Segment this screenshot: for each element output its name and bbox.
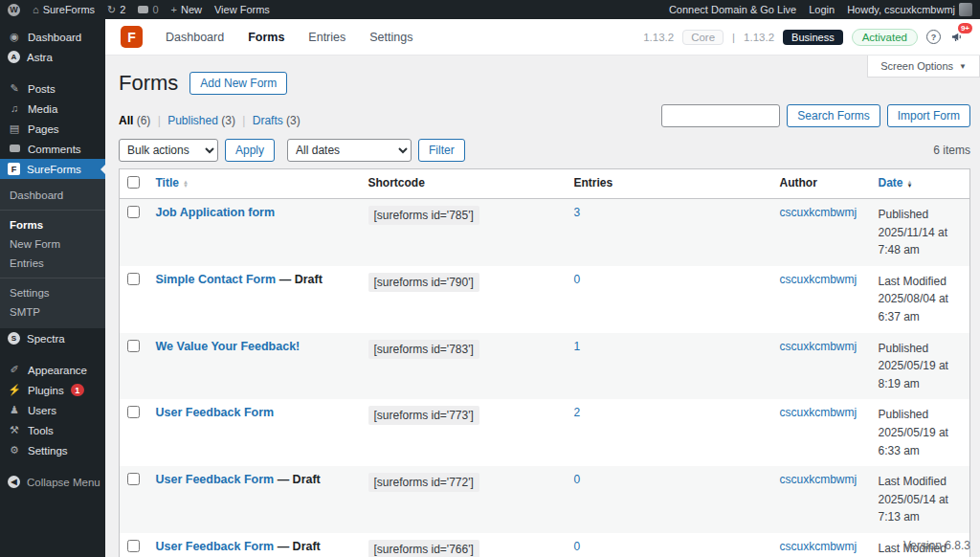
form-title-link[interactable]: User Feedback Form [156, 540, 275, 553]
site-name-link[interactable]: ⌂ SureForms [33, 4, 95, 15]
nav-entries[interactable]: Entries [308, 31, 345, 44]
sidebar-item-sureforms[interactable]: F SureForms [0, 159, 105, 179]
view-drafts-count: (3) [286, 114, 301, 127]
view-all-count: (6) [137, 114, 151, 127]
sidebar-item-users[interactable]: ♟ Users [0, 400, 105, 420]
shortcode-value[interactable]: [sureforms id='785'] [368, 206, 479, 225]
author-link[interactable]: cscuxkcmbwmj [780, 340, 858, 353]
announcements-button[interactable]: 9+ [949, 30, 965, 44]
row-checkbox[interactable] [127, 206, 140, 218]
date-filter-select[interactable]: All dates [287, 139, 412, 162]
business-version: 1.13.2 [744, 32, 774, 43]
sidebar-item-comments[interactable]: Comments [0, 139, 105, 159]
screen-options-button[interactable]: Screen Options ▼ [867, 56, 980, 78]
add-new-form-button[interactable]: Add New Form [189, 72, 287, 95]
sidebar-label: Astra [27, 52, 53, 63]
sidebar-item-pages[interactable]: ▤ Pages [0, 119, 105, 139]
sidebar-item-settings[interactable]: ⚙ Settings [0, 440, 105, 460]
shortcode-value[interactable]: [sureforms id='772'] [368, 473, 479, 492]
wordpress-menu[interactable]: W [8, 4, 20, 16]
form-title-link[interactable]: User Feedback Form [156, 473, 275, 486]
submenu-item-entries[interactable]: Entries [0, 254, 105, 273]
submenu-item-new-form[interactable]: New Form [0, 234, 105, 254]
submenu-item-settings[interactable]: Settings [0, 283, 105, 302]
nav-dashboard[interactable]: Dashboard [166, 31, 224, 44]
row-checkbox[interactable] [127, 273, 140, 285]
entries-count-link[interactable]: 0 [574, 540, 581, 553]
view-published-link[interactable]: Published [167, 114, 218, 127]
row-checkbox[interactable] [127, 406, 140, 418]
entries-count-link[interactable]: 0 [574, 473, 581, 486]
updates-link[interactable]: ↻ 2 [107, 4, 125, 15]
sidebar-item-tools[interactable]: ⚒ Tools [0, 420, 105, 440]
entries-count-link[interactable]: 3 [574, 206, 581, 219]
core-version: 1.13.2 [643, 32, 674, 43]
sidebar-item-spectra[interactable]: S Spectra [0, 328, 105, 348]
sidebar-item-appearance[interactable]: ✐ Appearance [0, 360, 105, 380]
business-badge: Business [783, 30, 843, 45]
title-row: Forms Add New Form [119, 71, 970, 96]
admin-sidebar: ◉ Dashboard A Astra ✎ Posts ♫ Media ▤ Pa… [0, 19, 105, 557]
select-all-checkbox[interactable] [127, 176, 140, 189]
entries-count-link[interactable]: 0 [574, 273, 581, 286]
collapse-icon: ◀ [8, 476, 20, 488]
submenu-item-dashboard[interactable]: Dashboard [0, 186, 105, 205]
connect-domain-label: Connect Domain & Go Live [669, 4, 796, 15]
filter-button[interactable]: Filter [418, 139, 465, 162]
sidebar-label: Tools [28, 425, 54, 436]
search-forms-button[interactable]: Search Forms [787, 104, 880, 127]
row-checkbox[interactable] [127, 340, 140, 352]
submenu-item-forms[interactable]: Forms [0, 215, 105, 234]
shortcode-value[interactable]: [sureforms id='766'] [368, 540, 479, 557]
sidebar-separator [0, 67, 105, 78]
author-link[interactable]: cscuxkcmbwmj [780, 473, 858, 486]
row-checkbox[interactable] [127, 540, 140, 552]
sureforms-logo-icon[interactable]: F [121, 26, 143, 48]
column-date-sort[interactable]: Date [879, 176, 903, 189]
chevron-down-icon: ▼ [959, 62, 967, 71]
view-drafts-link[interactable]: Drafts [253, 114, 283, 127]
author-link[interactable]: cscuxkcmbwmj [780, 540, 858, 553]
date-status: Last Modified [879, 473, 963, 491]
account-menu[interactable]: Howdy, cscuxkcmbwmj [847, 3, 972, 16]
view-all-link[interactable]: All [119, 114, 133, 127]
comments-link[interactable]: 0 [138, 4, 158, 15]
home-icon: ⌂ [33, 5, 39, 15]
row-checkbox[interactable] [127, 473, 140, 485]
submenu-item-smtp[interactable]: SMTP [0, 302, 105, 322]
import-form-button[interactable]: Import Form [887, 104, 970, 127]
sidebar-item-astra[interactable]: A Astra [0, 47, 105, 67]
form-title-link[interactable]: Job Application form [156, 206, 276, 219]
howdy-label: Howdy, cscuxkcmbwmj [847, 4, 955, 15]
entries-count-link[interactable]: 1 [574, 340, 581, 353]
sidebar-item-media[interactable]: ♫ Media [0, 99, 105, 119]
admin-bar-right: Connect Domain & Go Live Login Howdy, cs… [669, 3, 972, 16]
entries-count-link[interactable]: 2 [574, 406, 581, 419]
shortcode-value[interactable]: [sureforms id='790'] [368, 273, 479, 292]
sidebar-item-dashboard[interactable]: ◉ Dashboard [0, 27, 105, 47]
form-title-link[interactable]: We Value Your Feedback! [156, 340, 301, 353]
bulk-actions-select[interactable]: Bulk actions [119, 139, 218, 162]
form-title-link[interactable]: Simple Contact Form [156, 273, 277, 286]
search-input[interactable] [661, 104, 780, 127]
help-icon[interactable]: ? [926, 30, 941, 44]
sidebar-item-plugins[interactable]: ⚡ Plugins 1 [0, 380, 105, 400]
date-value: 2025/05/14 at 7:13 am [879, 491, 963, 526]
nav-settings[interactable]: Settings [369, 31, 412, 44]
author-link[interactable]: cscuxkcmbwmj [780, 406, 858, 419]
login-link[interactable]: Login [809, 4, 835, 15]
sidebar-item-collapse-menu[interactable]: ◀ Collapse Menu [0, 472, 105, 492]
author-link[interactable]: cscuxkcmbwmj [780, 206, 858, 219]
connect-domain-link[interactable]: Connect Domain & Go Live [669, 4, 796, 15]
new-content-menu[interactable]: + New [171, 4, 202, 15]
form-title-link[interactable]: User Feedback Form [156, 406, 275, 419]
shortcode-value[interactable]: [sureforms id='773'] [368, 406, 479, 425]
form-status-suffix: — Draft [274, 473, 321, 486]
nav-forms[interactable]: Forms [248, 31, 284, 44]
sidebar-item-posts[interactable]: ✎ Posts [0, 78, 105, 99]
shortcode-value[interactable]: [sureforms id='783'] [368, 340, 479, 359]
column-title-sort[interactable]: Title [156, 176, 179, 189]
author-link[interactable]: cscuxkcmbwmj [780, 273, 858, 286]
view-forms-link[interactable]: View Forms [214, 4, 270, 15]
apply-button[interactable]: Apply [225, 139, 275, 162]
